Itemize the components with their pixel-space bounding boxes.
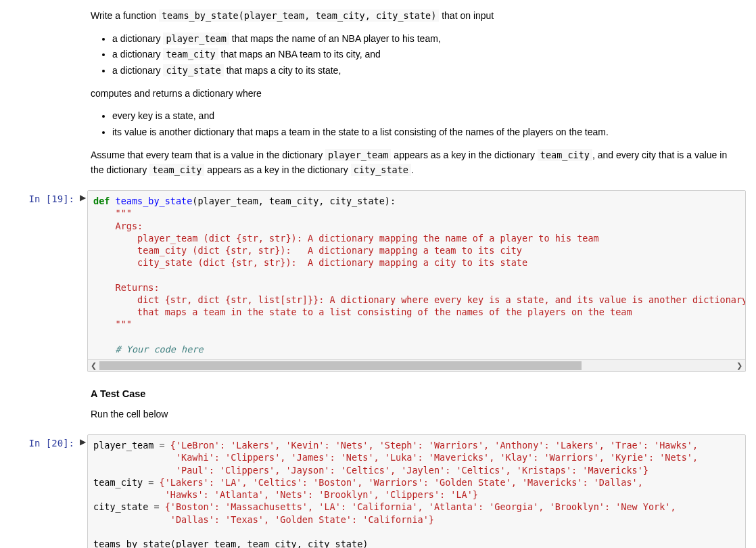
code-area-2[interactable]: player_team = {'LeBron': 'Lakers', 'Kevi… — [87, 434, 746, 548]
run-indicator-icon[interactable]: ▶ — [78, 190, 87, 372]
dict-literal: 'Paul': 'Clippers', 'Jayson': 'Celtics',… — [93, 465, 648, 476]
var-name: team_city — [93, 477, 148, 488]
var-name: city_state — [93, 501, 153, 512]
li-code: player_team — [163, 32, 229, 45]
docstring-open: """ — [93, 208, 132, 219]
list-item: every key is a state, and — [112, 109, 742, 124]
eq-op: = — [160, 440, 165, 451]
docstring-returns: Returns: — [93, 282, 160, 293]
docstring-args: Args: — [93, 221, 143, 231]
list-item: a dictionary team_city that maps an NBA … — [112, 47, 742, 62]
dict-literal: {'Lakers': 'LA', 'Celtics': 'Boston', 'W… — [153, 477, 642, 488]
docstring-line: city_state (dict {str, str}): A dictiona… — [93, 257, 527, 268]
li-text: that maps the name of an NBA player to h… — [229, 33, 441, 44]
p-code: player_team — [325, 149, 391, 161]
p-code: city_state — [351, 164, 411, 176]
dict-literal: 'Kawhi': 'Clippers', 'James': 'Nets', 'L… — [93, 452, 698, 463]
computes-paragraph: computes and returns a dictionary where — [91, 87, 742, 101]
code-cell-2: In [20]: ▶ player_team = {'LeBron': 'Lak… — [10, 433, 746, 548]
empty-indicator — [78, 3, 87, 185]
list-item: a dictionary player_team that maps the n… — [112, 32, 742, 47]
scroll-thumb[interactable] — [99, 361, 582, 370]
scroll-track[interactable] — [99, 360, 734, 371]
code-cell-1: In [19]: ▶ def teams_by_state(player_tea… — [10, 189, 746, 373]
testcase-heading: A Test Case — [91, 386, 742, 401]
horizontal-scrollbar[interactable]: ❮ ❯ — [88, 359, 745, 371]
input-prompt: In [19]: — [10, 190, 78, 372]
code-content-2[interactable]: player_team = {'LeBron': 'Lakers', 'Kevi… — [87, 434, 746, 548]
intro-text-2: that on input — [439, 10, 494, 21]
scroll-left-icon[interactable]: ❮ — [88, 360, 99, 371]
p-code: team_city — [538, 149, 592, 161]
sig-rest: (player_team, team_city, city_state): — [192, 196, 396, 206]
assume-paragraph: Assume that every team that is a value i… — [91, 148, 742, 177]
li-text: a dictionary — [112, 33, 163, 44]
fn-signature-inline: teams_by_state(player_team, team_city, c… — [159, 9, 439, 22]
li-text: that maps a city to its state, — [224, 65, 341, 76]
dict-literal: 'Hawks': 'Atlanta', 'Nets': 'Brooklyn', … — [93, 489, 478, 500]
markdown-cell-2: A Test Case Run the cell below — [10, 375, 746, 431]
fn-name: teams_by_state — [116, 196, 193, 206]
notebook-container: Write a function teams_by_state(player_t… — [0, 2, 756, 548]
p-text: Assume that every team that is a value i… — [91, 150, 325, 160]
eq-op: = — [153, 501, 159, 512]
var-name: player_team — [93, 440, 160, 451]
keyword-def: def — [93, 196, 110, 206]
intro-text-1: Write a function — [91, 10, 159, 21]
fn-call: teams_by_state(player_team, team_city, c… — [93, 539, 368, 548]
li-text: that maps an NBA team to its city, and — [218, 49, 381, 60]
input-prompt: In [20]: — [10, 434, 78, 548]
docstring-line: dict {str, dict {str, list[str]}}: A dic… — [93, 294, 746, 305]
docstring-line: team_city (dict {str, str}): A dictionar… — [93, 245, 522, 256]
output-list: every key is a state, and its value is a… — [91, 109, 742, 139]
p-text: . — [411, 164, 414, 175]
li-code: city_state — [163, 64, 223, 76]
list-item: a dictionary city_state that maps a city… — [112, 64, 742, 78]
run-indicator-icon[interactable]: ▶ — [78, 434, 87, 548]
li-text: a dictionary — [112, 49, 163, 60]
p-text: appears as a key in the dictionary — [204, 164, 350, 175]
code-pre-1[interactable]: def teams_by_state(player_team, team_cit… — [88, 191, 745, 359]
empty-indicator — [78, 377, 87, 430]
docstring-close: """ — [93, 319, 132, 329]
dict-literal: 'Dallas': 'Texas', 'Golden State': 'Cali… — [93, 514, 434, 525]
dict-literal: {'LeBron': 'Lakers', 'Kevin': 'Nets', 'S… — [165, 440, 698, 451]
empty-prompt — [10, 377, 78, 430]
list-item: its value is another dictionary that map… — [112, 125, 742, 140]
dict-literal: {'Boston': 'Massachusetts', 'LA': 'Calif… — [160, 501, 676, 512]
code-pre-2[interactable]: player_team = {'LeBron': 'Lakers', 'Kevi… — [88, 435, 745, 548]
testcase-sub: Run the cell below — [91, 407, 742, 422]
li-code: team_city — [163, 48, 218, 60]
markdown-content-1: Write a function teams_by_state(player_t… — [87, 3, 746, 185]
input-list: a dictionary player_team that maps the n… — [91, 32, 742, 78]
code-area-1[interactable]: def teams_by_state(player_team, team_cit… — [87, 190, 746, 372]
docstring-line: that maps a team in the state to a list … — [93, 306, 632, 317]
empty-prompt — [10, 3, 78, 185]
p-text: appears as a key in the dictionary — [391, 150, 537, 160]
p-code: team_city — [149, 164, 204, 176]
scroll-right-icon[interactable]: ❯ — [734, 360, 745, 371]
code-content-1[interactable]: def teams_by_state(player_team, team_cit… — [87, 190, 746, 372]
comment-line: # Your code here — [93, 344, 204, 355]
li-text: a dictionary — [112, 65, 163, 76]
intro-paragraph: Write a function teams_by_state(player_t… — [91, 9, 742, 24]
docstring-line: player_team (dict {str, str}): A diction… — [93, 233, 599, 244]
markdown-cell-1: Write a function teams_by_state(player_t… — [10, 2, 746, 187]
markdown-content-2: A Test Case Run the cell below — [87, 377, 746, 430]
